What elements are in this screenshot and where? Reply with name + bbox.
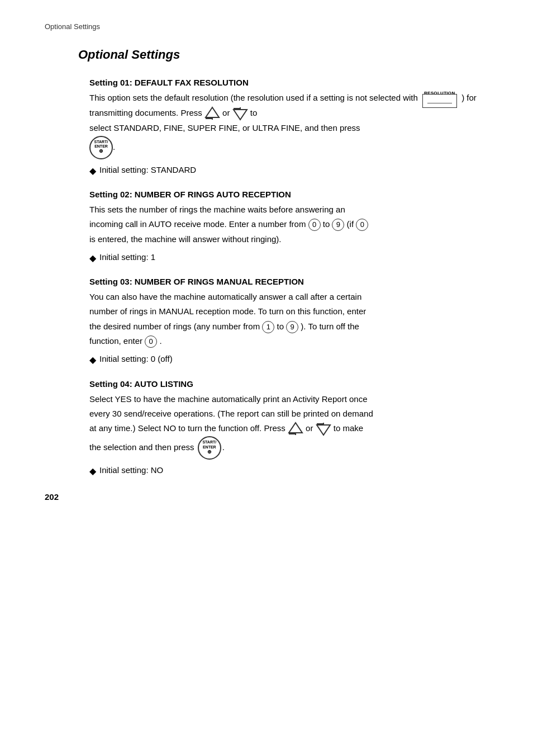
section-03-title: Setting 03: NUMBER OF RINGS MANUAL RECEP… xyxy=(89,277,488,286)
section-03-body: You can also have the machine automatica… xyxy=(89,290,488,348)
section-02-body: This sets the number of rings the machin… xyxy=(89,202,488,247)
up-arrow-icon xyxy=(204,106,220,121)
circled-0-c: 0 xyxy=(145,336,157,348)
section-01-title: Setting 01: DEFAULT FAX RESOLUTION xyxy=(89,78,488,87)
circled-0-b: 0 xyxy=(356,219,368,231)
svg-marker-6 xyxy=(289,423,302,433)
period-2: . xyxy=(159,336,161,346)
page-number: 202 xyxy=(45,492,59,502)
page-title: Optional Settings xyxy=(78,48,488,62)
bullet-diamond-4: ◆ xyxy=(89,465,96,478)
down-arrow-icon-2 xyxy=(316,422,331,436)
circled-0-a: 0 xyxy=(308,219,321,231)
or-text-2: or xyxy=(306,423,316,433)
bullet-diamond-2: ◆ xyxy=(89,252,96,264)
section-03-bullet-text: Initial setting: 0 (off) xyxy=(99,354,173,363)
bullet-diamond-1: ◆ xyxy=(89,165,96,177)
to-text-4: to make xyxy=(334,423,363,433)
section-01-bullet-text: Initial setting: STANDARD xyxy=(99,165,196,174)
section-02-title: Setting 02: NUMBER OF RINGS AUTO RECEPTI… xyxy=(89,190,488,199)
section-01-bullet: ◆ Initial setting: STANDARD xyxy=(89,165,488,177)
to-text-2: to xyxy=(323,219,332,229)
svg-marker-0 xyxy=(206,107,219,117)
if-text: (if xyxy=(347,219,356,229)
up-arrow-icon-2 xyxy=(288,422,303,436)
section-01: Setting 01: DEFAULT FAX RESOLUTION This … xyxy=(89,78,488,177)
section-01-body: This option sets the default resolution … xyxy=(89,91,488,159)
circled-9-b: 9 xyxy=(286,321,298,333)
section-02-bullet: ◆ Initial setting: 1 xyxy=(89,252,488,264)
svg-marker-3 xyxy=(234,110,247,120)
bullet-diamond-3: ◆ xyxy=(89,354,96,366)
section-04-body: Select YES to have the machine automatic… xyxy=(89,392,488,460)
start-enter-btn-2: START/ENTER ⊕ xyxy=(198,436,221,460)
section-03: Setting 03: NUMBER OF RINGS MANUAL RECEP… xyxy=(89,277,488,366)
parens-text: ). To turn off the xyxy=(301,322,359,331)
period-1: . xyxy=(113,142,115,152)
section-04-bullet: ◆ Initial setting: NO xyxy=(89,465,488,478)
section-02-bullet-text: Initial setting: 1 xyxy=(99,252,155,262)
to-text-1: to xyxy=(250,108,258,117)
section-04-bullet-text: Initial setting: NO xyxy=(99,465,163,475)
section-02: Setting 02: NUMBER OF RINGS AUTO RECEPTI… xyxy=(89,190,488,264)
resolution-key-icon: RESOLUTION xyxy=(422,94,457,108)
section-03-bullet: ◆ Initial setting: 0 (off) xyxy=(89,354,488,366)
period-3: . xyxy=(222,442,225,452)
header-text: Optional Settings xyxy=(45,22,100,31)
circled-9-a: 9 xyxy=(332,219,344,231)
page: Optional Settings Optional Settings Sett… xyxy=(0,0,533,524)
section-04: Setting 04: AUTO LISTING Select YES to h… xyxy=(89,379,488,478)
start-enter-btn-1: START/ENTER ⊕ xyxy=(89,136,113,159)
page-header: Optional Settings xyxy=(45,22,488,31)
svg-marker-9 xyxy=(317,425,330,435)
to-text-3: to xyxy=(277,322,286,331)
section-04-title: Setting 04: AUTO LISTING xyxy=(89,379,488,389)
down-arrow-icon xyxy=(232,106,248,121)
or-text-1: or xyxy=(222,108,232,117)
circled-1: 1 xyxy=(262,321,274,333)
